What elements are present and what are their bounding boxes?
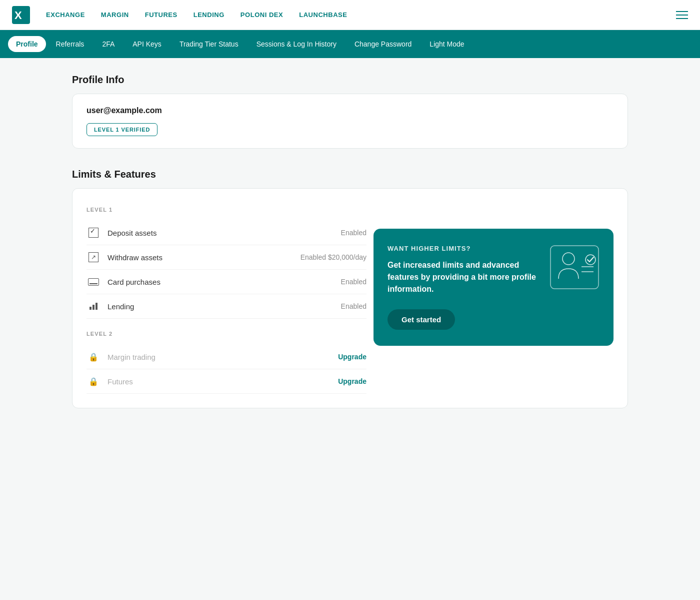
- deposit-status: Enabled: [341, 229, 366, 237]
- top-nav-links: EXCHANGE MARGIN FUTURES LENDING POLONI D…: [46, 11, 676, 19]
- main-content: Profile Info user@example.com LEVEL 1 VE…: [60, 58, 640, 424]
- upgrade-illustration: [550, 245, 600, 290]
- feature-deposit: Deposit assets Enabled: [86, 221, 366, 245]
- profile-info-title: Profile Info: [72, 74, 628, 86]
- upgrade-card-text: WANT HIGHER LIMITS? Get increased limits…: [388, 245, 542, 330]
- level1-label: LEVEL 1: [86, 207, 614, 213]
- futures-name: Futures: [108, 377, 338, 386]
- feature-lending: Lending Enabled: [86, 294, 366, 319]
- feature-card-purchases: Card purchases Enabled: [86, 270, 366, 294]
- profile-info-card: user@example.com LEVEL 1 VERIFIED: [72, 94, 628, 149]
- sub-nav: Profile Referrals 2FA API Keys Trading T…: [0, 30, 700, 58]
- svg-rect-2: [550, 246, 598, 289]
- get-started-button[interactable]: Get started: [388, 309, 455, 330]
- verified-badge: LEVEL 1 VERIFIED: [86, 123, 158, 136]
- feature-withdraw: ↗ Withdraw assets Enabled $20,000/day: [86, 245, 366, 270]
- margin-name: Margin trading: [108, 353, 338, 361]
- nav-launchbase[interactable]: LAUNCHBASE: [299, 11, 347, 19]
- subnav-2fa[interactable]: 2FA: [94, 36, 122, 52]
- nav-margin[interactable]: MARGIN: [101, 11, 129, 19]
- subnav-api-keys[interactable]: API Keys: [124, 36, 170, 52]
- hamburger-menu[interactable]: [676, 11, 688, 19]
- upgrade-description: Get increased limits and advanced featur…: [388, 259, 542, 295]
- futures-lock-icon: 🔒: [86, 374, 100, 388]
- subnav-trading-tier[interactable]: Trading Tier Status: [172, 36, 246, 52]
- subnav-referrals[interactable]: Referrals: [48, 36, 92, 52]
- feature-futures: 🔒 Futures Upgrade: [86, 369, 366, 394]
- nav-poloni-dex[interactable]: POLONI DEX: [240, 11, 283, 19]
- deposit-name: Deposit assets: [108, 229, 341, 237]
- withdraw-icon: ↗: [86, 250, 100, 264]
- withdraw-status: Enabled $20,000/day: [300, 253, 366, 261]
- upgrade-card-content: WANT HIGHER LIMITS? Get increased limits…: [388, 245, 600, 330]
- nav-exchange[interactable]: EXCHANGE: [46, 11, 85, 19]
- upgrade-heading: WANT HIGHER LIMITS?: [388, 245, 542, 252]
- logo-icon[interactable]: X: [12, 6, 30, 24]
- svg-point-3: [562, 253, 574, 265]
- withdraw-name: Withdraw assets: [108, 253, 300, 262]
- subnav-light-mode[interactable]: Light Mode: [422, 36, 472, 52]
- svg-text:X: X: [14, 9, 22, 22]
- lending-name: Lending: [108, 302, 341, 311]
- futures-upgrade[interactable]: Upgrade: [338, 377, 366, 385]
- card-status: Enabled: [341, 278, 366, 286]
- subnav-sessions[interactable]: Sessions & Log In History: [248, 36, 344, 52]
- card-icon: [86, 275, 100, 289]
- top-nav: X EXCHANGE MARGIN FUTURES LENDING POLONI…: [0, 0, 700, 30]
- margin-upgrade[interactable]: Upgrade: [338, 353, 366, 361]
- upgrade-card: WANT HIGHER LIMITS? Get increased limits…: [374, 229, 614, 346]
- deposit-icon: [86, 226, 100, 240]
- nav-futures[interactable]: FUTURES: [145, 11, 178, 19]
- user-email: user@example.com: [86, 106, 614, 115]
- limits-features-title: Limits & Features: [72, 169, 628, 180]
- margin-lock-icon: 🔒: [86, 350, 100, 364]
- nav-lending[interactable]: LENDING: [194, 11, 224, 19]
- card-name: Card purchases: [108, 278, 341, 286]
- limits-features-card: LEVEL 1 Deposit assets Enabled ↗ Withdra…: [72, 188, 628, 408]
- subnav-change-password[interactable]: Change Password: [346, 36, 420, 52]
- feature-margin: 🔒 Margin trading Upgrade: [86, 345, 366, 369]
- lending-icon: [86, 299, 100, 313]
- subnav-profile[interactable]: Profile: [8, 36, 46, 52]
- lending-status: Enabled: [341, 302, 366, 310]
